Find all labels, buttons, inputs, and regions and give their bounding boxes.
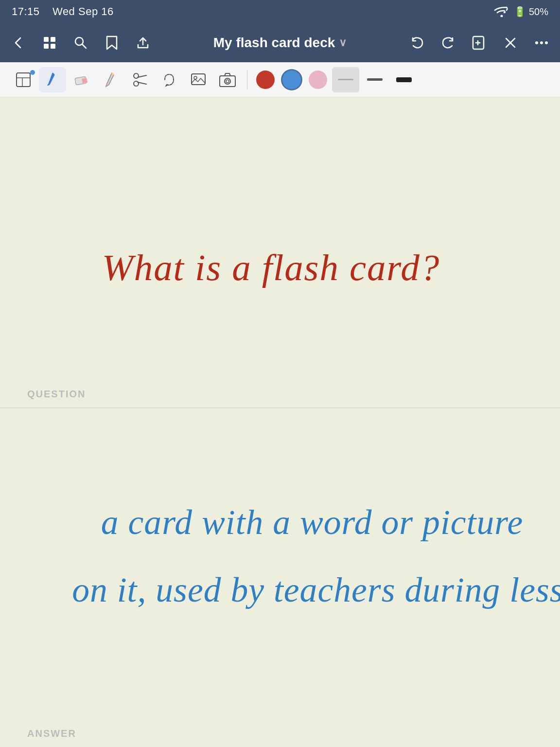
question-section: What is a flash card? QUESTION (0, 97, 560, 408)
svg-text:What is a flash card?: What is a flash card? (102, 247, 440, 288)
eraser-tool[interactable] (68, 67, 95, 92)
bluetooth-badge (30, 70, 35, 75)
pink-swatch[interactable] (309, 71, 327, 89)
share-button[interactable] (132, 32, 154, 53)
blue-swatch[interactable] (282, 71, 301, 89)
toolbar-separator (247, 70, 247, 89)
svg-rect-14 (82, 78, 88, 84)
svg-rect-10 (17, 73, 30, 87)
svg-rect-1 (44, 37, 49, 42)
stroke-medium-line (367, 78, 383, 81)
wifi-icon (493, 6, 508, 17)
search-button[interactable] (70, 32, 91, 53)
toolbar-center-group: My flash card deck ∨ (158, 35, 402, 51)
grid-button[interactable] (39, 32, 60, 53)
battery-indicator: 🔋 50% (514, 6, 548, 18)
status-bar: 17:15 Wed Sep 16 🔋 50% (0, 0, 560, 23)
page-layout-tool[interactable] (10, 67, 37, 92)
redo-button[interactable] (438, 32, 459, 53)
color-red[interactable] (253, 67, 278, 92)
stroke-thick-line (396, 77, 412, 82)
add-page-button[interactable] (469, 32, 490, 53)
document-title-group[interactable]: My flash card deck ∨ (213, 35, 347, 51)
title-chevron-icon: ∨ (339, 36, 347, 49)
svg-point-20 (194, 76, 197, 79)
toolbar-left-group (8, 32, 154, 53)
undo-button[interactable] (406, 32, 428, 53)
stroke-medium-button[interactable] (361, 67, 388, 92)
red-swatch[interactable] (256, 71, 275, 89)
toolbar-right-group (406, 32, 552, 53)
svg-rect-21 (220, 76, 235, 87)
svg-rect-2 (51, 37, 55, 42)
svg-text:a card with a word or picture: a card with a word or picture (101, 503, 523, 541)
answer-section: a card with a word or picture on it, use… (0, 408, 560, 747)
question-handwriting-svg: What is a flash card? (0, 97, 560, 408)
cut-tool[interactable] (126, 67, 154, 92)
svg-point-7 (535, 41, 538, 44)
status-time-date: 17:15 Wed Sep 16 (12, 5, 114, 18)
image-tool[interactable] (185, 67, 212, 92)
color-blue[interactable] (280, 67, 304, 92)
camera-tool[interactable] (214, 67, 241, 92)
svg-point-8 (540, 41, 543, 44)
status-time: 17:15 (12, 5, 40, 18)
stroke-thin-line (338, 79, 353, 80)
canvas-area[interactable]: What is a flash card? QUESTION a card wi… (0, 97, 560, 747)
back-button[interactable] (8, 32, 29, 53)
answer-label: ANSWER (27, 728, 76, 739)
close-button[interactable] (500, 32, 521, 53)
answer-handwriting-svg: a card with a word or picture on it, use… (0, 408, 560, 747)
svg-text:on it, used by teachers during: on it, used by teachers during lessons (72, 570, 560, 609)
pencil-tool[interactable] (97, 67, 124, 92)
svg-rect-3 (44, 44, 49, 49)
svg-point-22 (225, 78, 230, 84)
svg-point-9 (545, 41, 548, 44)
pen-tool[interactable] (39, 67, 66, 92)
flash-card: What is a flash card? QUESTION a card wi… (0, 97, 560, 747)
bookmark-button[interactable] (101, 32, 122, 53)
document-title: My flash card deck (213, 35, 335, 51)
stroke-thin-button[interactable] (332, 67, 359, 92)
svg-rect-19 (192, 74, 205, 85)
more-button[interactable] (531, 32, 552, 53)
question-label: QUESTION (27, 389, 86, 400)
status-date: Wed Sep 16 (52, 5, 114, 18)
drawing-toolbar (0, 62, 560, 97)
stroke-thick-button[interactable] (390, 67, 418, 92)
status-indicators: 🔋 50% (493, 6, 548, 18)
top-toolbar: My flash card deck ∨ (0, 23, 560, 62)
svg-point-23 (226, 80, 229, 83)
color-pink[interactable] (306, 67, 330, 92)
lasso-tool[interactable] (156, 67, 183, 92)
svg-rect-4 (51, 44, 55, 49)
